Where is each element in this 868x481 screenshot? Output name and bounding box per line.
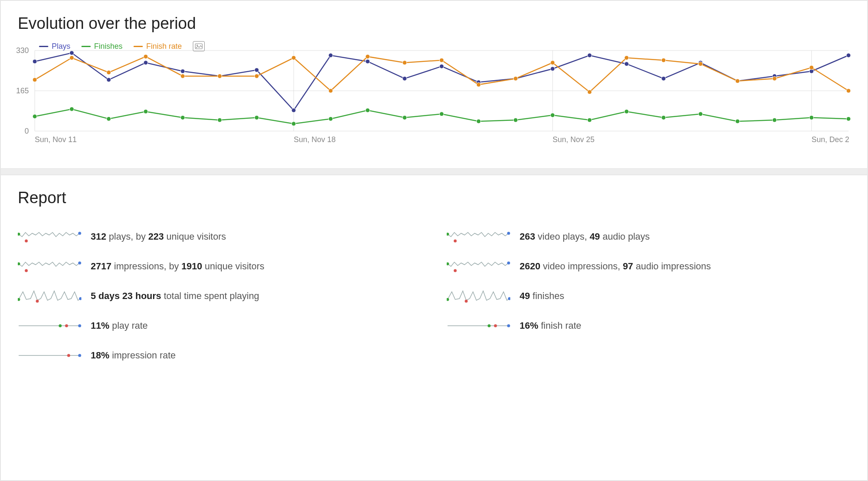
svg-point-94 — [59, 324, 62, 327]
svg-point-74 — [476, 83, 481, 87]
report-metric-text: 2620 video impressions, 97 audio impress… — [520, 261, 711, 272]
svg-point-24 — [328, 53, 333, 58]
svg-point-110 — [507, 324, 510, 327]
report-metric-text: 18% impression rate — [91, 350, 176, 361]
legend-item-finish-rate[interactable]: Finish rate — [134, 42, 182, 51]
sparkline-icon — [18, 288, 81, 305]
report-row: 263 video plays, 49 audio plays — [447, 228, 850, 245]
svg-point-84 — [846, 89, 851, 93]
svg-point-32 — [624, 62, 629, 66]
svg-point-40 — [70, 107, 74, 111]
svg-point-70 — [328, 89, 333, 93]
svg-point-43 — [181, 115, 185, 120]
svg-point-51 — [476, 119, 481, 123]
sparkline-icon — [447, 317, 510, 334]
svg-point-81 — [735, 79, 740, 83]
svg-point-22 — [255, 68, 259, 72]
svg-point-60 — [810, 115, 814, 120]
svg-text:0: 0 — [25, 127, 29, 135]
svg-point-76 — [551, 61, 555, 65]
report-metric-text: 16% finish rate — [520, 320, 581, 331]
svg-point-73 — [440, 58, 444, 62]
svg-point-71 — [365, 54, 370, 59]
svg-point-17 — [70, 51, 74, 55]
report-column-right: 263 video plays, 49 audio plays2620 vide… — [447, 215, 850, 377]
svg-point-92 — [36, 300, 39, 303]
svg-point-44 — [217, 118, 222, 122]
svg-text:Sun, Nov 25: Sun, Nov 25 — [553, 135, 595, 144]
svg-point-101 — [507, 232, 510, 235]
svg-text:Sun, Nov 11: Sun, Nov 11 — [35, 135, 77, 144]
report-body: 312 plays, by 223 unique visitors2717 im… — [1, 215, 867, 389]
svg-point-91 — [18, 298, 20, 301]
svg-point-96 — [78, 324, 81, 327]
report-row: 18% impression rate — [18, 347, 421, 364]
svg-point-47 — [328, 117, 333, 121]
svg-point-41 — [107, 117, 111, 121]
svg-point-33 — [662, 76, 666, 81]
report-metric-text: 312 plays, by 223 unique visitors — [91, 231, 226, 242]
legend-label-finish-rate: Finish rate — [146, 42, 182, 51]
section-divider — [1, 168, 867, 175]
svg-point-23 — [292, 108, 296, 112]
legend-label-plays: Plays — [52, 42, 70, 51]
svg-point-90 — [78, 262, 81, 265]
svg-point-105 — [447, 298, 449, 301]
svg-point-53 — [551, 113, 555, 117]
report-row: 11% play rate — [18, 317, 421, 334]
svg-point-20 — [181, 69, 185, 73]
svg-point-26 — [403, 76, 407, 81]
analytics-page: Evolution over the period Plays Finishes… — [0, 0, 868, 481]
svg-point-45 — [255, 115, 259, 120]
chart-legend: Plays Finishes Finish rate — [39, 41, 205, 51]
svg-point-80 — [698, 62, 703, 66]
svg-point-39 — [33, 114, 37, 118]
svg-point-72 — [403, 61, 407, 65]
sparkline-icon — [447, 228, 510, 245]
svg-point-83 — [810, 65, 814, 70]
report-metric-text: 11% play rate — [91, 320, 148, 331]
svg-point-46 — [292, 122, 296, 126]
svg-point-69 — [292, 56, 296, 60]
svg-point-108 — [488, 324, 491, 327]
svg-point-30 — [551, 67, 555, 71]
svg-point-65 — [144, 54, 148, 59]
svg-point-106 — [465, 300, 468, 303]
report-column-left: 312 plays, by 223 unique visitors2717 im… — [18, 215, 421, 377]
evolution-chart-container: Plays Finishes Finish rate 0165330Sun, N… — [14, 41, 854, 151]
svg-point-77 — [587, 90, 592, 94]
report-metric-text: 49 finishes — [520, 291, 564, 302]
legend-item-finishes[interactable]: Finishes — [81, 42, 122, 51]
svg-point-67 — [217, 74, 222, 78]
svg-text:330: 330 — [16, 46, 29, 55]
evolution-line-chart[interactable]: 0165330Sun, Nov 11Sun, Nov 18Sun, Nov 25… — [14, 41, 853, 151]
svg-point-48 — [365, 108, 370, 112]
svg-point-61 — [846, 117, 851, 121]
svg-point-54 — [587, 118, 592, 122]
svg-point-1 — [197, 45, 198, 46]
svg-point-62 — [33, 78, 37, 82]
chart-section-title: Evolution over the period — [1, 1, 867, 41]
report-row: 5 days 23 hours total time spent playing — [18, 288, 421, 305]
svg-point-75 — [514, 76, 518, 81]
report-row: 2620 video impressions, 97 audio impress… — [447, 258, 850, 275]
legend-swatch-finishes — [81, 46, 91, 47]
report-section-title: Report — [1, 175, 867, 215]
svg-point-57 — [698, 112, 703, 116]
svg-point-95 — [65, 324, 68, 327]
sparkline-icon — [18, 317, 81, 334]
svg-point-78 — [624, 56, 629, 60]
svg-point-25 — [365, 59, 370, 64]
legend-swatch-finish-rate — [134, 46, 143, 47]
svg-point-97 — [67, 354, 70, 357]
report-metric-text: 5 days 23 hours total time spent playing — [91, 291, 259, 302]
chart-image-export-icon[interactable] — [193, 41, 205, 51]
svg-text:Sun, Nov 18: Sun, Nov 18 — [294, 135, 336, 144]
report-row: 49 finishes — [447, 288, 850, 305]
svg-point-82 — [772, 76, 776, 81]
svg-point-63 — [70, 56, 74, 60]
svg-point-55 — [624, 109, 629, 114]
svg-point-58 — [735, 119, 740, 123]
legend-item-plays[interactable]: Plays — [39, 42, 70, 51]
svg-point-31 — [587, 53, 592, 58]
